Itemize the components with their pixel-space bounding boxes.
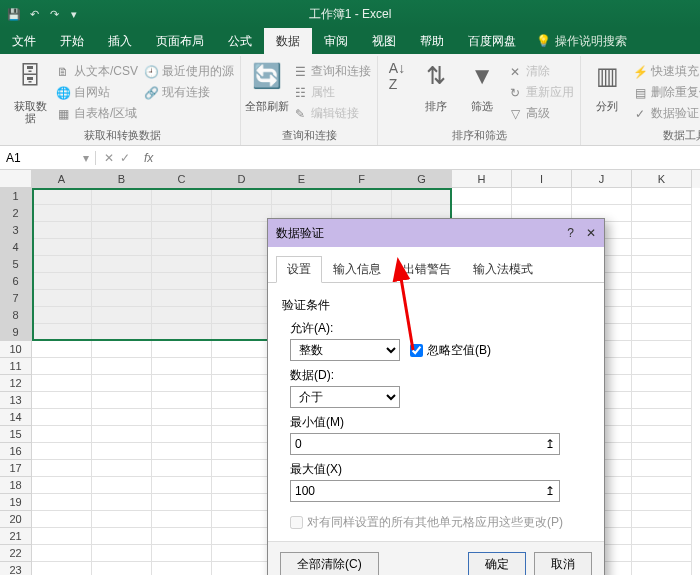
cell[interactable]: [92, 375, 152, 392]
dialog-titlebar[interactable]: 数据验证 ? ✕: [268, 219, 604, 247]
cell[interactable]: [92, 239, 152, 256]
cell[interactable]: [32, 256, 92, 273]
col-header-G[interactable]: G: [392, 170, 452, 188]
cell[interactable]: [152, 562, 212, 575]
cell[interactable]: [32, 392, 92, 409]
cell[interactable]: [212, 477, 272, 494]
cell[interactable]: [632, 273, 692, 290]
get-data-button[interactable]: 🗄 获取数 据: [8, 60, 52, 126]
cell[interactable]: [92, 477, 152, 494]
cell[interactable]: [212, 409, 272, 426]
cell[interactable]: [92, 205, 152, 222]
cell[interactable]: [92, 392, 152, 409]
cell[interactable]: [212, 443, 272, 460]
row-header[interactable]: 3: [0, 222, 32, 239]
cell[interactable]: [152, 273, 212, 290]
cell[interactable]: [32, 460, 92, 477]
cell[interactable]: [92, 443, 152, 460]
cell[interactable]: [32, 358, 92, 375]
cell[interactable]: [632, 324, 692, 341]
cell[interactable]: [92, 409, 152, 426]
cell[interactable]: [212, 545, 272, 562]
cell[interactable]: [632, 205, 692, 222]
row-header[interactable]: 9: [0, 324, 32, 341]
cell[interactable]: [92, 358, 152, 375]
cell[interactable]: [92, 494, 152, 511]
cell[interactable]: [92, 460, 152, 477]
cell[interactable]: [32, 409, 92, 426]
cell[interactable]: [212, 239, 272, 256]
filter-button[interactable]: ▼ 筛选: [460, 60, 504, 114]
cell[interactable]: [32, 239, 92, 256]
row-header[interactable]: 6: [0, 273, 32, 290]
cell[interactable]: [632, 477, 692, 494]
col-header-F[interactable]: F: [332, 170, 392, 188]
clear-all-button[interactable]: 全部清除(C): [280, 552, 379, 575]
tab-home[interactable]: 开始: [48, 28, 96, 54]
data-select[interactable]: 介于: [290, 386, 400, 408]
cell[interactable]: [92, 256, 152, 273]
dialog-tab-input-message[interactable]: 输入信息: [322, 256, 392, 283]
cell[interactable]: [92, 511, 152, 528]
cell[interactable]: [632, 528, 692, 545]
cell[interactable]: [212, 273, 272, 290]
cell[interactable]: [152, 494, 212, 511]
tab-help[interactable]: 帮助: [408, 28, 456, 54]
cell[interactable]: [152, 443, 212, 460]
cell[interactable]: [212, 426, 272, 443]
cell[interactable]: [152, 358, 212, 375]
row-header[interactable]: 13: [0, 392, 32, 409]
data-validation[interactable]: ✓数据验证: [631, 104, 700, 123]
cancel-formula-icon[interactable]: ✕: [104, 151, 114, 165]
cell[interactable]: [212, 341, 272, 358]
select-all-corner[interactable]: [0, 170, 32, 188]
cell[interactable]: [632, 443, 692, 460]
cell[interactable]: [92, 324, 152, 341]
flash-fill[interactable]: ⚡快速填充: [631, 62, 700, 81]
cell[interactable]: [152, 460, 212, 477]
cell[interactable]: [632, 256, 692, 273]
cell[interactable]: [212, 511, 272, 528]
cell[interactable]: [152, 375, 212, 392]
row-header[interactable]: 10: [0, 341, 32, 358]
col-header-I[interactable]: I: [512, 170, 572, 188]
col-header-C[interactable]: C: [152, 170, 212, 188]
tab-file[interactable]: 文件: [0, 28, 48, 54]
cell[interactable]: [32, 545, 92, 562]
cell[interactable]: [332, 188, 392, 205]
row-header[interactable]: 18: [0, 477, 32, 494]
clear-filter[interactable]: ✕清除: [506, 62, 576, 81]
col-header-B[interactable]: B: [92, 170, 152, 188]
row-header[interactable]: 15: [0, 426, 32, 443]
advanced-filter[interactable]: ▽高级: [506, 104, 576, 123]
cell[interactable]: [152, 545, 212, 562]
cell[interactable]: [632, 545, 692, 562]
cell[interactable]: [92, 341, 152, 358]
row-header[interactable]: 23: [0, 562, 32, 575]
row-header[interactable]: 20: [0, 511, 32, 528]
cell[interactable]: [152, 409, 212, 426]
cell[interactable]: [212, 375, 272, 392]
dialog-tab-ime-mode[interactable]: 输入法模式: [462, 256, 544, 283]
reapply[interactable]: ↻重新应用: [506, 83, 576, 102]
ok-button[interactable]: 确定: [468, 552, 526, 575]
row-header[interactable]: 12: [0, 375, 32, 392]
row-header[interactable]: 22: [0, 545, 32, 562]
tab-baidu[interactable]: 百度网盘: [456, 28, 528, 54]
cell[interactable]: [92, 290, 152, 307]
col-header-D[interactable]: D: [212, 170, 272, 188]
cell[interactable]: [92, 562, 152, 575]
tab-data[interactable]: 数据: [264, 28, 312, 54]
range-picker-icon[interactable]: ↥: [545, 437, 555, 451]
cell[interactable]: [92, 222, 152, 239]
cell[interactable]: [152, 528, 212, 545]
cell[interactable]: [32, 511, 92, 528]
sort-button[interactable]: ⇅ 排序: [414, 60, 458, 114]
col-header-K[interactable]: K: [632, 170, 692, 188]
tab-view[interactable]: 视图: [360, 28, 408, 54]
cell[interactable]: [92, 307, 152, 324]
cell[interactable]: [272, 188, 332, 205]
cell[interactable]: [632, 562, 692, 575]
cell[interactable]: [152, 188, 212, 205]
queries-connections[interactable]: ☰查询和连接: [291, 62, 373, 81]
